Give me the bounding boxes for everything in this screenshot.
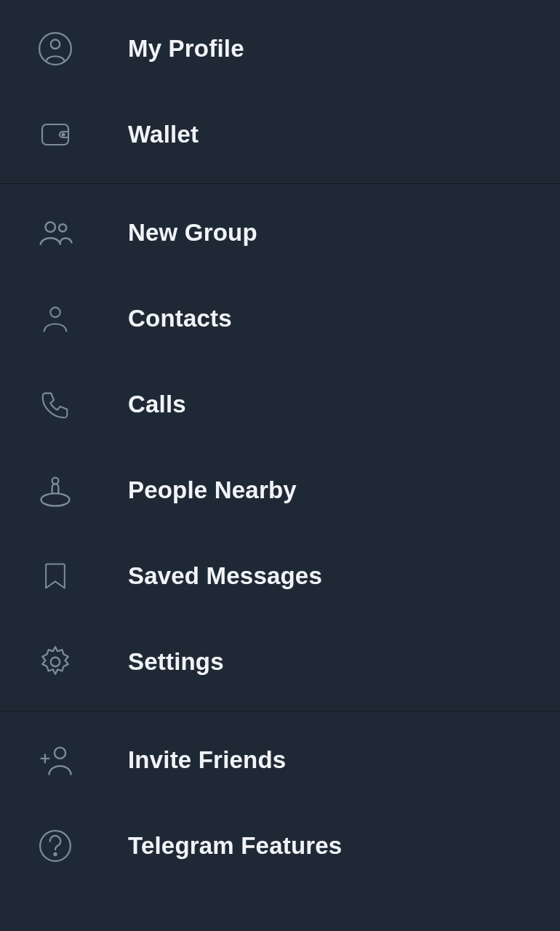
menu-item-label: Calls (128, 391, 186, 418)
menu-item-label: Wallet (128, 121, 199, 148)
gear-icon (35, 642, 76, 682)
help-icon (35, 826, 76, 866)
menu-item-label: New Group (128, 219, 257, 247)
menu-item-label: Invite Friends (128, 746, 286, 774)
svg-point-9 (51, 658, 60, 667)
profile-icon (35, 28, 76, 69)
menu-item-calls[interactable]: Calls (0, 361, 560, 447)
svg-point-7 (52, 478, 59, 484)
group-icon (35, 212, 76, 253)
menu-section-2: New Group Contacts Calls People Nearby (0, 184, 560, 711)
menu-item-label: People Nearby (128, 476, 297, 504)
menu-item-new-group[interactable]: New Group (0, 190, 560, 276)
menu-item-people-nearby[interactable]: People Nearby (0, 447, 560, 533)
bookmark-icon (35, 556, 76, 596)
menu-item-my-profile[interactable]: My Profile (0, 6, 560, 92)
invite-icon (35, 740, 76, 780)
svg-point-3 (63, 134, 65, 136)
wallet-icon (35, 114, 76, 155)
menu-item-settings[interactable]: Settings (0, 619, 560, 705)
svg-point-10 (55, 748, 65, 759)
menu-section-3: Invite Friends Telegram Features (0, 711, 560, 895)
menu-item-label: Contacts (128, 305, 232, 332)
menu-item-label: Telegram Features (128, 832, 342, 860)
svg-point-12 (54, 853, 56, 855)
menu-item-telegram-features[interactable]: Telegram Features (0, 803, 560, 889)
svg-point-5 (59, 224, 66, 231)
menu-item-label: My Profile (128, 35, 244, 63)
person-icon (35, 298, 76, 339)
phone-icon (35, 384, 76, 425)
menu-item-contacts[interactable]: Contacts (0, 276, 560, 361)
people-nearby-icon (35, 470, 76, 511)
svg-point-6 (50, 308, 60, 317)
menu-item-label: Saved Messages (128, 562, 322, 590)
svg-point-1 (51, 40, 60, 49)
svg-point-4 (46, 222, 56, 232)
menu-section-1: My Profile Wallet (0, 0, 560, 183)
menu-item-invite-friends[interactable]: Invite Friends (0, 717, 560, 803)
menu-item-saved-messages[interactable]: Saved Messages (0, 533, 560, 619)
menu-item-label: Settings (128, 648, 224, 676)
svg-point-8 (41, 493, 70, 506)
menu-item-wallet[interactable]: Wallet (0, 92, 560, 177)
